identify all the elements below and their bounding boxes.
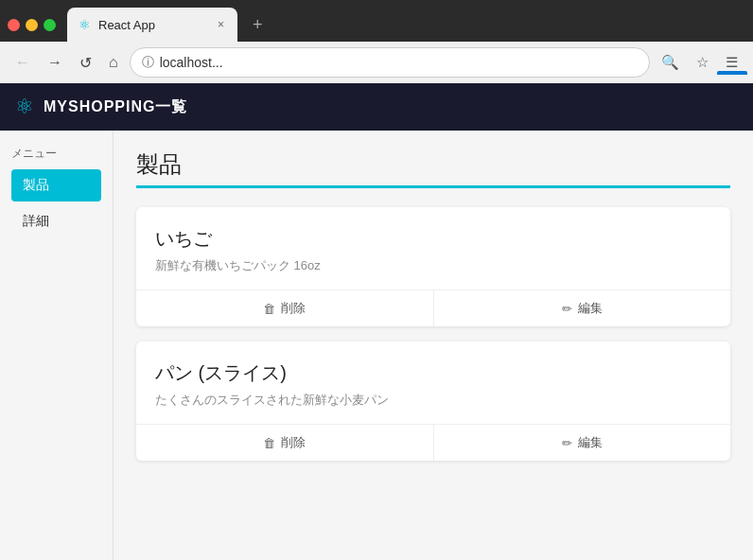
delete-button[interactable]: 🗑 削除: [136, 425, 434, 461]
tab-title: React App: [98, 18, 155, 32]
edit-button[interactable]: ✏ 編集: [434, 425, 731, 461]
delete-icon: 🗑: [263, 436, 275, 450]
app-header: ⚛ MYSHOPPING一覧: [0, 83, 753, 131]
sidebar-item-detail[interactable]: 詳細: [11, 205, 101, 237]
window-maximize-button[interactable]: [44, 19, 56, 31]
product-card: いちご 新鮮な有機いちごパック 16oz 🗑 削除 ✏ 編集: [136, 207, 730, 326]
edit-icon: ✏: [562, 302, 572, 316]
product-description: たくさんのスライスされた新鮮な小麦パン: [155, 392, 711, 409]
back-button[interactable]: ←: [9, 50, 36, 75]
react-tab-icon: ⚛: [79, 17, 91, 32]
sidebar-item-products[interactable]: 製品: [11, 169, 101, 201]
window-minimize-button[interactable]: [26, 19, 38, 31]
delete-icon: 🗑: [263, 302, 275, 316]
product-name: いちご: [155, 226, 711, 252]
app-title: MYSHOPPING一覧: [44, 97, 187, 117]
delete-label: 削除: [281, 434, 306, 451]
page-header: 製品: [136, 149, 730, 188]
forward-button[interactable]: →: [42, 50, 68, 75]
edit-label: 編集: [578, 300, 603, 317]
bookmark-button[interactable]: ☆: [691, 50, 714, 75]
edit-icon: ✏: [562, 436, 572, 450]
product-actions: 🗑 削除 ✏ 編集: [136, 424, 730, 461]
browser-tab-active[interactable]: ⚛ React App ×: [67, 8, 237, 42]
address-text: localhost...: [160, 55, 638, 70]
delete-label: 削除: [281, 300, 306, 317]
edit-button[interactable]: ✏ 編集: [434, 290, 731, 326]
new-tab-button[interactable]: +: [245, 11, 271, 39]
home-button[interactable]: ⌂: [103, 50, 124, 75]
app-logo-icon: ⚛: [15, 95, 34, 119]
delete-button[interactable]: 🗑 削除: [136, 290, 434, 326]
address-info-icon: ⓘ: [142, 54, 154, 71]
product-body: パン (スライス) たくさんのスライスされた新鮮な小麦パン: [136, 341, 730, 424]
refresh-button[interactable]: ↺: [74, 50, 97, 76]
tab-bar: ⚛ React App × +: [0, 0, 753, 42]
window-close-button[interactable]: [8, 19, 20, 31]
edit-label: 編集: [578, 434, 603, 451]
main-layout: メニュー 製品 詳細 製品 いちご 新鮮な有機いちごパック 16oz 🗑 削除 …: [0, 131, 753, 560]
product-description: 新鮮な有機いちごパック 16oz: [155, 257, 711, 274]
browser-chrome: ⚛ React App × + ← → ↺ ⌂ ⓘ localhost... 🔍…: [0, 0, 753, 83]
sidebar-menu-label: メニュー: [11, 146, 101, 162]
window-controls: [8, 19, 56, 31]
sidebar: メニュー 製品 詳細: [0, 131, 114, 560]
nav-bar: ← → ↺ ⌂ ⓘ localhost... 🔍 ☆ ☰: [0, 42, 753, 83]
content-area: 製品 いちご 新鮮な有機いちごパック 16oz 🗑 削除 ✏ 編集: [114, 131, 753, 560]
product-actions: 🗑 削除 ✏ 編集: [136, 289, 730, 326]
product-card: パン (スライス) たくさんのスライスされた新鮮な小麦パン 🗑 削除 ✏ 編集: [136, 341, 730, 461]
profile-indicator: [717, 71, 747, 75]
address-bar[interactable]: ⓘ localhost...: [130, 47, 650, 78]
product-body: いちご 新鮮な有機いちごパック 16oz: [136, 207, 730, 289]
search-button[interactable]: 🔍: [656, 50, 685, 75]
product-name: パン (スライス): [155, 360, 711, 386]
page-title: 製品: [136, 149, 182, 180]
tab-close-button[interactable]: ×: [216, 16, 226, 33]
